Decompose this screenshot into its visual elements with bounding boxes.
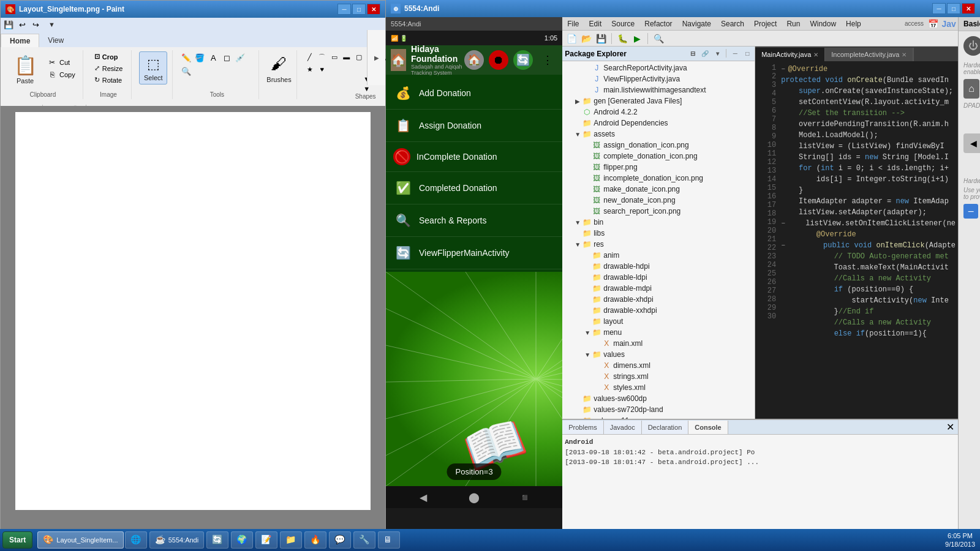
menu-item-completed-donation[interactable]: ✅ Completed Donation xyxy=(386,172,562,204)
heart-shape-button[interactable]: ♥ xyxy=(317,64,328,75)
tree-item-drawable-ldpi[interactable]: 📁 drawable-ldpi xyxy=(564,272,753,283)
tree-item-styles-xml[interactable]: X styles.xml xyxy=(564,382,753,393)
eraser-tool-button[interactable]: ◻ xyxy=(221,51,233,64)
minimize-view-button[interactable]: ─ xyxy=(730,49,740,59)
rect-shape-button[interactable]: ▭ xyxy=(329,51,340,62)
round-rect-shape-button[interactable]: ▢ xyxy=(353,51,364,62)
tab-declaration[interactable]: Declaration xyxy=(642,421,689,434)
taskbar-ie-app[interactable]: 🌐 xyxy=(125,531,147,549)
paint-select-button[interactable]: ⬚ Select xyxy=(139,51,167,84)
paint-tab-home[interactable]: Home xyxy=(1,34,39,47)
tree-item-android422[interactable]: ⬡ Android 4.2.2 xyxy=(564,107,753,118)
tree-item-drawable-mdpi[interactable]: 📁 drawable-mdpi xyxy=(564,283,753,294)
eclipse-new-button[interactable]: 📄 xyxy=(565,32,578,45)
tree-item-anim[interactable]: 📁 anim xyxy=(564,250,753,261)
tree-item-dimens-xml[interactable]: X dimens.xml xyxy=(564,360,753,371)
picker-tool-button[interactable]: 💉 xyxy=(234,51,246,64)
android-recents-button[interactable]: ◾ xyxy=(518,490,532,504)
tree-item-values-sw720dp[interactable]: 📁 values-sw720dp-land xyxy=(564,404,753,415)
eclipse-menu-navigate[interactable]: Navigate xyxy=(680,18,714,29)
editor-tab-mainactivity[interactable]: MainActivity.java ✕ xyxy=(755,48,825,61)
tree-item-incomplete-png[interactable]: 🖼 incomplete_donation_icon.png xyxy=(564,173,753,184)
tree-item-values-sw600dp[interactable]: 📁 values-sw600dp xyxy=(564,393,753,404)
tree-item-res[interactable]: ▼ 📁 res xyxy=(564,239,753,250)
eclipse-java-button[interactable]: Jav xyxy=(942,17,956,31)
collapse-all-button[interactable]: ⊟ xyxy=(688,49,698,59)
star-shape-button[interactable]: ★ xyxy=(304,64,315,75)
eclipse-menu-help[interactable]: Help xyxy=(843,18,864,29)
tree-item-libs[interactable]: 📁 libs xyxy=(564,228,753,239)
tree-item-layout[interactable]: 📁 layout xyxy=(564,316,753,327)
console-close-button[interactable]: ✕ xyxy=(943,420,958,434)
curve-shape-button[interactable]: ⌒ xyxy=(317,51,328,62)
editor-tab-mainactivity-close[interactable]: ✕ xyxy=(813,51,818,58)
tree-item-searchreport-png[interactable]: 🖼 search_report_icon.png xyxy=(564,206,753,217)
tree-item-newdonate-png[interactable]: 🖼 new_donate_icon.png xyxy=(564,195,753,206)
menu-item-incomplete-donation[interactable]: 🚫 InComplete Donation xyxy=(386,142,562,172)
start-button[interactable]: Start xyxy=(2,531,32,549)
pencil-tool-button[interactable]: ✏️ xyxy=(180,51,192,64)
tab-javadoc[interactable]: Javadoc xyxy=(604,421,642,434)
paint-tab-view[interactable]: View xyxy=(39,34,72,47)
paint-close-button[interactable]: ✕ xyxy=(367,4,380,15)
maximize-view-button[interactable]: □ xyxy=(742,49,752,59)
tree-item-assign-png[interactable]: 🖼 assign_donation_icon.png xyxy=(564,140,753,151)
tree-item-search-report[interactable]: J SearchReportActivity.java xyxy=(564,62,753,73)
menu-item-add-donation[interactable]: 💰 Add Donation xyxy=(386,77,562,110)
eclipse-menu-edit[interactable]: Edit xyxy=(587,18,605,29)
tree-item-bin[interactable]: ▼ 📁 bin xyxy=(564,217,753,228)
link-editor-button[interactable]: 🔗 xyxy=(700,49,710,59)
paint-brushes-button[interactable]: 🖌 Brushes xyxy=(266,51,291,83)
eclipse-menu-file[interactable]: File xyxy=(565,18,581,29)
eclipse-menu-project[interactable]: Project xyxy=(752,18,779,29)
text-tool-button[interactable]: A xyxy=(207,51,219,64)
taskbar-app-6[interactable]: 📁 xyxy=(280,531,302,549)
line-shape-button[interactable]: ╱ xyxy=(304,51,315,62)
tree-item-assets[interactable]: ▼ 📁 assets xyxy=(564,129,753,140)
tree-item-menu[interactable]: ▼ 📁 menu xyxy=(564,327,753,338)
paint-cut-button[interactable]: ✂ Cut xyxy=(45,57,78,68)
fill-tool-button[interactable]: 🪣 xyxy=(194,51,206,64)
app-more-button[interactable]: ⋮ xyxy=(538,50,557,70)
eclipse-minimize-button[interactable]: ─ xyxy=(932,3,946,14)
paint-paste-button[interactable]: 📋 Paste xyxy=(8,51,42,86)
dpad-left-button[interactable]: ◀ xyxy=(963,133,980,153)
eclipse-menu-source[interactable]: Source xyxy=(609,18,637,29)
app-record-button[interactable]: ⏺ xyxy=(489,50,508,70)
paint-maximize-button[interactable]: □ xyxy=(352,4,366,15)
taskbar-app-5[interactable]: 📝 xyxy=(255,531,277,549)
tree-item-drawable-xhdpi[interactable]: 📁 drawable-xhdpi xyxy=(564,294,753,305)
power-button[interactable]: ⏻ xyxy=(963,36,980,56)
eclipse-maximize-button[interactable]: □ xyxy=(947,3,960,14)
taskbar-app-8[interactable]: 💬 xyxy=(329,531,351,549)
eclipse-menu-run[interactable]: Run xyxy=(784,18,802,29)
menu-item-viewflipper[interactable]: 🔄 ViewFlipperMainActivity xyxy=(386,237,562,269)
eclipse-search-button[interactable]: 🔍 xyxy=(652,32,665,45)
home-nav-button[interactable]: ⌂ xyxy=(963,79,979,99)
taskbar-app-3[interactable]: 🔄 xyxy=(206,531,228,549)
fill-rect-shape-button[interactable]: ▬ xyxy=(341,51,352,62)
zoom-tool-button[interactable]: 🔍 xyxy=(180,65,192,77)
app-sync-button[interactable]: 🔄 xyxy=(513,50,533,70)
paint-canvas-area[interactable] xyxy=(1,106,385,534)
paint-app-menu-label[interactable]: ▼ xyxy=(48,21,55,28)
editor-tab-incompleteactivity-close[interactable]: ✕ xyxy=(902,51,907,58)
taskbar-app-4[interactable]: 🌍 xyxy=(231,531,253,549)
menu-item-assign-donation[interactable]: 📋 Assign Donation xyxy=(386,110,562,142)
taskbar-app-10[interactable]: 🖥 xyxy=(378,531,400,549)
tree-item-makedonate-png[interactable]: 🖼 make_donate_icon.png xyxy=(564,184,753,195)
paint-undo-button[interactable]: ↩ xyxy=(17,19,28,30)
tree-item-flipper-png[interactable]: 🖼 flipper.png xyxy=(564,162,753,173)
paint-copy-button[interactable]: ⎘ Copy xyxy=(45,69,78,80)
taskbar-app-7[interactable]: 🔥 xyxy=(304,531,326,549)
android-back-button[interactable]: ◀ xyxy=(416,490,431,504)
tree-item-complete-png[interactable]: 🖼 complete_donation_icon.png xyxy=(564,151,753,162)
paint-resize-button[interactable]: ⤢ Resize xyxy=(91,63,127,73)
eclipse-menu-search[interactable]: Search xyxy=(718,18,747,29)
zoom-out-control[interactable]: – xyxy=(963,204,978,219)
app-home-button[interactable]: 🏠 xyxy=(464,50,484,70)
eclipse-run-button[interactable]: ▶ xyxy=(630,32,644,45)
tree-item-values[interactable]: ▼ 📁 values xyxy=(564,349,753,360)
taskbar-eclipse-app[interactable]: ☕ 5554:Andi xyxy=(149,531,205,549)
editor-tab-incompleteactivity[interactable]: IncompleteActivity.java ✕ xyxy=(825,48,913,61)
